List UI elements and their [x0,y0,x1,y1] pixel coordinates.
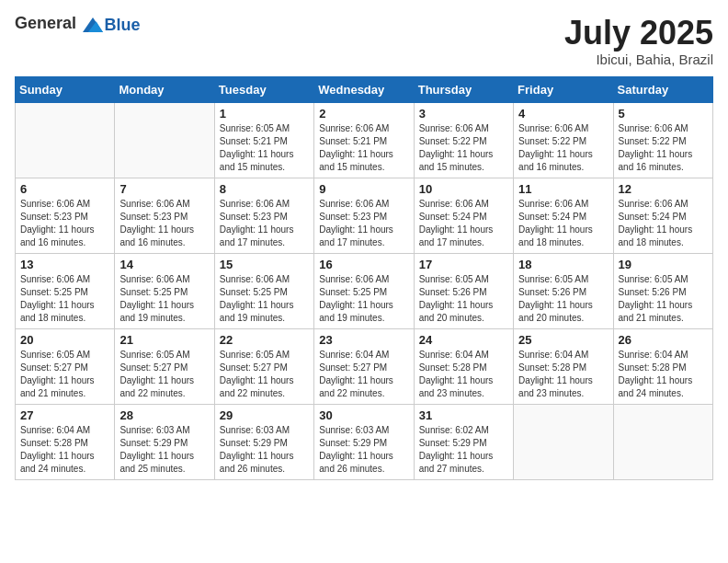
day-number: 17 [419,258,508,271]
day-info: Sunrise: 6:05 AM Sunset: 5:26 PM Dayligh… [619,273,708,325]
calendar-cell: 16Sunrise: 6:06 AM Sunset: 5:25 PM Dayli… [314,253,414,328]
day-info: Sunrise: 6:04 AM Sunset: 5:28 PM Dayligh… [419,349,508,400]
day-info: Sunrise: 6:03 AM Sunset: 5:29 PM Dayligh… [220,424,309,476]
calendar-week-row: 27Sunrise: 6:04 AM Sunset: 5:28 PM Dayli… [16,404,713,479]
day-info: Sunrise: 6:04 AM Sunset: 5:28 PM Dayligh… [619,349,708,400]
calendar-week-row: 13Sunrise: 6:06 AM Sunset: 5:25 PM Dayli… [16,253,713,328]
day-number: 3 [419,107,508,121]
day-number: 16 [319,258,408,271]
day-number: 30 [319,408,408,422]
calendar-cell: 13Sunrise: 6:06 AM Sunset: 5:25 PM Dayli… [16,253,115,328]
day-number: 22 [220,333,309,347]
calendar-cell: 5Sunrise: 6:06 AM Sunset: 5:22 PM Daylig… [613,102,712,178]
calendar-header: SundayMondayTuesdayWednesdayThursdayFrid… [16,76,713,102]
day-info: Sunrise: 6:06 AM Sunset: 5:22 PM Dayligh… [518,122,608,174]
weekday-header-saturday: Saturday [613,76,712,102]
day-info: Sunrise: 6:06 AM Sunset: 5:25 PM Dayligh… [119,273,209,325]
day-info: Sunrise: 6:05 AM Sunset: 5:21 PM Dayligh… [220,122,309,174]
day-number: 18 [518,258,608,271]
day-info: Sunrise: 6:06 AM Sunset: 5:24 PM Dayligh… [518,198,608,249]
calendar-cell: 12Sunrise: 6:06 AM Sunset: 5:24 PM Dayli… [613,178,712,253]
day-number: 24 [419,333,508,347]
day-info: Sunrise: 6:06 AM Sunset: 5:23 PM Dayligh… [20,198,109,249]
calendar-cell: 21Sunrise: 6:05 AM Sunset: 5:27 PM Dayli… [115,328,214,404]
day-info: Sunrise: 6:03 AM Sunset: 5:29 PM Dayligh… [119,424,209,476]
calendar-cell: 14Sunrise: 6:06 AM Sunset: 5:25 PM Dayli… [115,253,214,328]
logo-general: General [15,14,76,32]
day-number: 31 [419,408,508,422]
day-number: 12 [619,182,708,196]
calendar-week-row: 6Sunrise: 6:06 AM Sunset: 5:23 PM Daylig… [16,178,713,253]
day-info: Sunrise: 6:06 AM Sunset: 5:25 PM Dayligh… [220,273,309,325]
header: General Blue July 2025 Ibicui, Bahia, Br… [15,15,713,67]
weekday-header-tuesday: Tuesday [214,76,313,102]
day-number: 14 [119,258,209,271]
day-number: 21 [119,333,209,347]
calendar-cell: 28Sunrise: 6:03 AM Sunset: 5:29 PM Dayli… [115,404,214,479]
logo: General Blue [15,15,141,35]
day-info: Sunrise: 6:04 AM Sunset: 5:28 PM Dayligh… [518,349,608,400]
day-info: Sunrise: 6:06 AM Sunset: 5:23 PM Dayligh… [220,198,309,249]
day-number: 25 [518,333,608,347]
calendar-week-row: 1Sunrise: 6:05 AM Sunset: 5:21 PM Daylig… [16,102,713,178]
day-number: 11 [518,182,608,196]
calendar-cell: 29Sunrise: 6:03 AM Sunset: 5:29 PM Dayli… [214,404,313,479]
logo-blue: Blue [105,16,141,34]
day-number: 13 [20,258,109,271]
day-info: Sunrise: 6:03 AM Sunset: 5:29 PM Dayligh… [319,424,408,476]
calendar-cell: 22Sunrise: 6:05 AM Sunset: 5:27 PM Dayli… [214,328,313,404]
day-info: Sunrise: 6:05 AM Sunset: 5:27 PM Dayligh… [119,349,209,400]
calendar-cell: 3Sunrise: 6:06 AM Sunset: 5:22 PM Daylig… [414,102,513,178]
day-number: 5 [619,107,708,121]
day-info: Sunrise: 6:06 AM Sunset: 5:25 PM Dayligh… [20,273,109,325]
day-number: 28 [119,408,209,422]
day-number: 10 [419,182,508,196]
calendar-body: 1Sunrise: 6:05 AM Sunset: 5:21 PM Daylig… [16,102,713,479]
day-info: Sunrise: 6:06 AM Sunset: 5:21 PM Dayligh… [319,122,408,174]
calendar-cell: 4Sunrise: 6:06 AM Sunset: 5:22 PM Daylig… [514,102,613,178]
calendar-cell [16,102,115,178]
day-info: Sunrise: 6:05 AM Sunset: 5:26 PM Dayligh… [419,273,508,325]
day-number: 23 [319,333,408,347]
day-info: Sunrise: 6:06 AM Sunset: 5:24 PM Dayligh… [419,198,508,249]
weekday-header-wednesday: Wednesday [314,76,414,102]
calendar-cell: 1Sunrise: 6:05 AM Sunset: 5:21 PM Daylig… [214,102,313,178]
day-info: Sunrise: 6:05 AM Sunset: 5:26 PM Dayligh… [518,273,608,325]
day-number: 26 [619,333,708,347]
calendar-cell: 24Sunrise: 6:04 AM Sunset: 5:28 PM Dayli… [414,328,513,404]
calendar-cell: 8Sunrise: 6:06 AM Sunset: 5:23 PM Daylig… [214,178,313,253]
day-info: Sunrise: 6:05 AM Sunset: 5:27 PM Dayligh… [20,349,109,400]
logo-icon [83,15,103,35]
day-number: 4 [518,107,608,121]
day-number: 8 [220,182,309,196]
calendar-cell: 31Sunrise: 6:02 AM Sunset: 5:29 PM Dayli… [414,404,513,479]
day-info: Sunrise: 6:06 AM Sunset: 5:25 PM Dayligh… [319,273,408,325]
location: Ibicui, Bahia, Brazil [564,52,713,67]
calendar-cell: 30Sunrise: 6:03 AM Sunset: 5:29 PM Dayli… [314,404,414,479]
day-number: 15 [220,258,309,271]
day-info: Sunrise: 6:06 AM Sunset: 5:23 PM Dayligh… [119,198,209,249]
calendar-cell: 26Sunrise: 6:04 AM Sunset: 5:28 PM Dayli… [613,328,712,404]
day-info: Sunrise: 6:02 AM Sunset: 5:29 PM Dayligh… [419,424,508,476]
day-info: Sunrise: 6:05 AM Sunset: 5:27 PM Dayligh… [220,349,309,400]
weekday-header-sunday: Sunday [16,76,115,102]
day-info: Sunrise: 6:04 AM Sunset: 5:28 PM Dayligh… [20,424,109,476]
day-number: 19 [619,258,708,271]
day-info: Sunrise: 6:06 AM Sunset: 5:22 PM Dayligh… [419,122,508,174]
day-info: Sunrise: 6:06 AM Sunset: 5:22 PM Dayligh… [619,122,708,174]
calendar-cell: 25Sunrise: 6:04 AM Sunset: 5:28 PM Dayli… [514,328,613,404]
day-number: 6 [20,182,109,196]
calendar-cell: 17Sunrise: 6:05 AM Sunset: 5:26 PM Dayli… [414,253,513,328]
calendar-cell: 2Sunrise: 6:06 AM Sunset: 5:21 PM Daylig… [314,102,414,178]
calendar-week-row: 20Sunrise: 6:05 AM Sunset: 5:27 PM Dayli… [16,328,713,404]
day-info: Sunrise: 6:06 AM Sunset: 5:23 PM Dayligh… [319,198,408,249]
calendar-table: SundayMondayTuesdayWednesdayThursdayFrid… [15,76,713,480]
day-number: 9 [319,182,408,196]
title-area: July 2025 Ibicui, Bahia, Brazil [564,15,713,67]
day-number: 1 [220,107,309,121]
calendar-cell: 27Sunrise: 6:04 AM Sunset: 5:28 PM Dayli… [16,404,115,479]
day-number: 2 [319,107,408,121]
day-info: Sunrise: 6:06 AM Sunset: 5:24 PM Dayligh… [619,198,708,249]
calendar-cell: 9Sunrise: 6:06 AM Sunset: 5:23 PM Daylig… [314,178,414,253]
calendar-cell: 6Sunrise: 6:06 AM Sunset: 5:23 PM Daylig… [16,178,115,253]
